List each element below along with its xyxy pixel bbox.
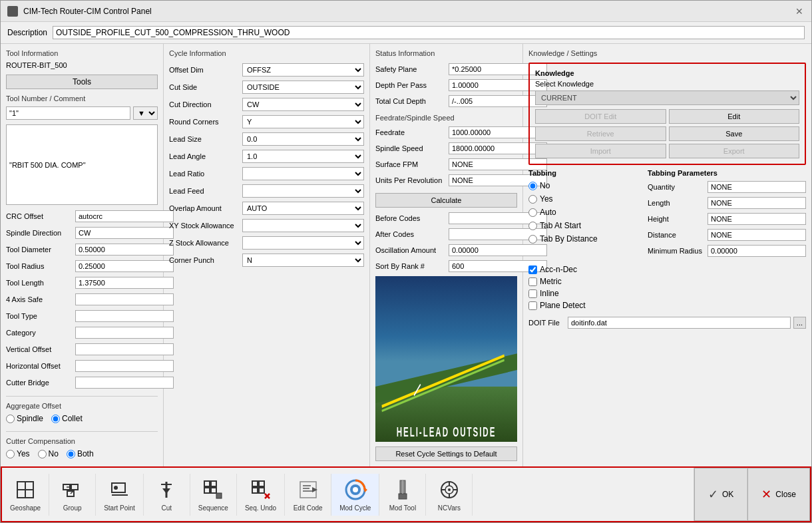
category-input[interactable]	[75, 327, 174, 339]
spindle-dir-input[interactable]	[75, 227, 174, 239]
inline-item[interactable]: Inline	[528, 289, 806, 298]
save-button[interactable]: Save	[669, 126, 800, 141]
toolbar-ncvars[interactable]: NCVars	[426, 474, 473, 516]
svg-marker-21	[162, 488, 170, 494]
tabbing-right: Tabbing Parameters Quantity Length Heigh…	[648, 169, 806, 261]
overlap-amount-select[interactable]: AUTO	[242, 202, 364, 215]
horiz-offset-input[interactable]	[75, 360, 174, 372]
plane-detect-checkbox[interactable]	[528, 301, 537, 310]
close-action-button[interactable]: ✕ Close	[747, 468, 810, 521]
edit-button[interactable]: Edit	[669, 109, 800, 124]
description-input[interactable]	[53, 26, 805, 39]
tool-radius-input[interactable]	[75, 260, 174, 272]
collet-radio-item[interactable]: Collet	[51, 414, 83, 423]
acc-n-dec-item[interactable]: Acc-n-Dec	[528, 265, 806, 274]
svg-rect-30	[259, 488, 264, 493]
lead-angle-select[interactable]: 1.0	[242, 150, 364, 163]
inline-checkbox[interactable]	[528, 289, 537, 298]
tools-button[interactable]: Tools	[6, 75, 158, 89]
tool-length-input[interactable]	[75, 277, 174, 289]
vert-offset-input[interactable]	[75, 343, 174, 355]
oscillation-label: Oscillation Amount	[375, 246, 449, 254]
tabbing-yes-radio[interactable]	[528, 195, 537, 204]
tabbing-no-radio[interactable]	[528, 182, 537, 190]
after-codes-label: After Codes	[375, 230, 449, 238]
tabbing-by-distance-radio[interactable]	[528, 235, 537, 244]
quantity-input[interactable]	[708, 181, 806, 193]
sequence-icon	[201, 478, 225, 502]
export-button[interactable]: Export	[669, 144, 800, 158]
cycle-info-panel: Cycle Information Offset Dim OFFSZ Cut S…	[164, 44, 370, 466]
doit-browse-button[interactable]: ...	[793, 317, 806, 329]
lead-feed-label: Lead Feed	[169, 187, 242, 195]
toolbar-group[interactable]: Group	[49, 474, 96, 516]
knowledge-current-select[interactable]: CURRENT	[535, 90, 799, 105]
four-axis-input[interactable]	[75, 293, 174, 305]
cutter-yes-radio-item[interactable]: Yes	[6, 449, 30, 458]
cut-side-select[interactable]: OUTSIDE	[242, 81, 364, 94]
retrieve-button[interactable]: Retrieve	[535, 126, 666, 141]
lead-feed-select[interactable]	[242, 184, 364, 198]
round-corners-select[interactable]: Y	[242, 115, 364, 128]
tool-comment-input[interactable]	[6, 124, 158, 205]
svg-rect-9	[17, 490, 25, 498]
lead-size-select[interactable]: 0.0	[242, 132, 364, 146]
offset-dim-select[interactable]: OFFSZ	[242, 63, 364, 77]
before-codes-label: Before Codes	[375, 214, 449, 222]
doit-file-input[interactable]	[568, 317, 791, 329]
svg-point-51	[448, 488, 451, 491]
spindle-radio[interactable]	[6, 415, 15, 423]
toolbar-cut[interactable]: Cut	[144, 474, 190, 516]
depth-per-pass-label: Depth Per Pass	[375, 81, 449, 89]
corner-punch-select[interactable]: N	[242, 254, 364, 267]
tool-type-input[interactable]	[75, 310, 174, 322]
tabbing-yes-item[interactable]: Yes	[528, 194, 640, 204]
height-input[interactable]	[708, 213, 806, 225]
cut-direction-select[interactable]: CW	[242, 98, 364, 111]
cutter-bridge-input[interactable]	[75, 377, 174, 389]
tabbing-auto-item[interactable]: Auto	[528, 208, 640, 217]
tabbing-by-distance-item[interactable]: Tab By Distance	[528, 234, 640, 244]
length-input[interactable]	[708, 197, 806, 209]
spindle-radio-item[interactable]: Spindle	[6, 414, 43, 423]
spindle-speed-label: Spindle Speed	[375, 144, 449, 152]
distance-input[interactable]	[708, 229, 806, 241]
tool-number-input[interactable]	[6, 106, 130, 120]
cutter-both-radio-item[interactable]: Both	[67, 449, 94, 458]
tabbing-at-start-radio[interactable]	[528, 222, 537, 230]
lead-ratio-select[interactable]	[242, 167, 364, 180]
toolbar-mod-tool[interactable]: Mod Tool	[379, 474, 426, 516]
cutter-yes-radio[interactable]	[6, 450, 15, 458]
z-stock-select[interactable]	[242, 236, 364, 250]
tabbing-auto-radio[interactable]	[528, 208, 537, 217]
reset-cycle-button[interactable]: Reset Cycle Settings to Default	[375, 446, 517, 461]
import-button[interactable]: Import	[535, 144, 666, 158]
cutter-both-radio[interactable]	[67, 450, 75, 458]
metric-item[interactable]: Metric	[528, 277, 806, 286]
metric-checkbox[interactable]	[528, 277, 537, 286]
tabbing-at-start-item[interactable]: Tab At Start	[528, 221, 640, 230]
crc-offset-input[interactable]	[75, 210, 174, 222]
tabbing-no-item[interactable]: No	[528, 181, 640, 190]
window-close-button[interactable]: ✕	[794, 6, 805, 17]
cutter-no-radio-item[interactable]: No	[38, 449, 59, 458]
cycle-section-label: Cycle Information	[169, 49, 364, 57]
cutter-no-radio[interactable]	[38, 450, 47, 458]
toolbar-seq-undo[interactable]: Seq. Undo	[237, 474, 285, 516]
tool-number-select[interactable]: ▼	[133, 106, 158, 120]
tool-diameter-input[interactable]	[75, 244, 174, 256]
ok-button[interactable]: ✓ OK	[694, 468, 747, 521]
toolbar-start-point[interactable]: Start Point	[96, 474, 144, 516]
calculate-button[interactable]: Calculate	[375, 193, 517, 208]
toolbar-geoshape[interactable]: Geoshape	[2, 474, 49, 516]
xy-stock-select[interactable]	[242, 219, 364, 232]
acc-n-dec-checkbox[interactable]	[528, 265, 537, 274]
toolbar-sequence[interactable]: Sequence	[190, 474, 237, 516]
collet-radio[interactable]	[51, 415, 60, 423]
min-radius-label: Minimum Radius	[648, 247, 708, 255]
doit-edit-button[interactable]: DOIT Edit	[535, 109, 666, 124]
toolbar-mod-cycle[interactable]: Mod Cycle	[331, 474, 379, 516]
toolbar-edit-code[interactable]: Edit Code	[285, 474, 331, 516]
plane-detect-item[interactable]: Plane Detect	[528, 301, 806, 310]
min-radius-input[interactable]	[708, 245, 806, 257]
